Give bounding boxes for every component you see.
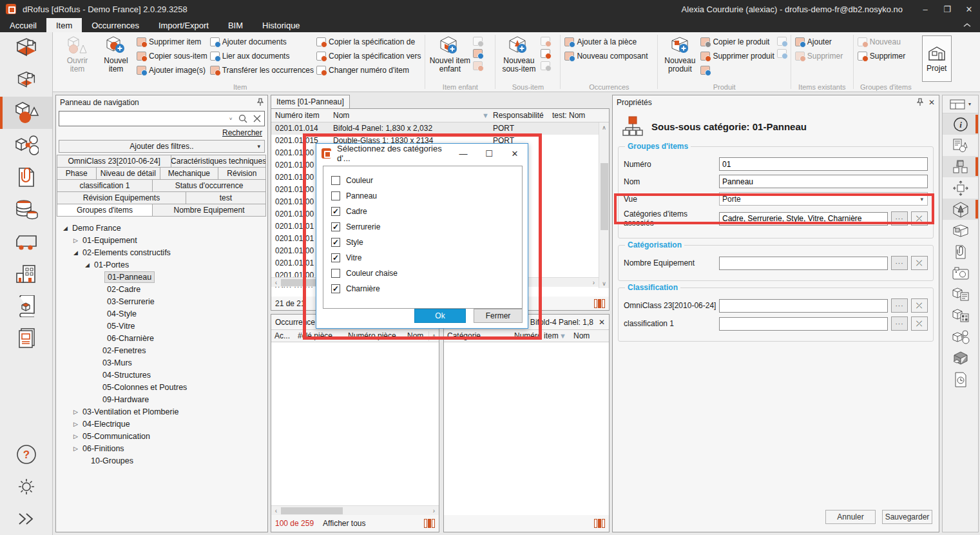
product-box-icon[interactable] (943, 220, 978, 241)
sub-items-icon[interactable] (943, 199, 978, 220)
pin-icon[interactable] (917, 98, 923, 106)
scroll-up-icon[interactable]: ∧ (428, 331, 439, 341)
nom-field[interactable] (719, 175, 928, 188)
expander-icon[interactable]: ◢ (83, 262, 91, 268)
link-documents-button[interactable]: Lier aux documents (210, 50, 314, 62)
add-existing-item-button[interactable]: Ajouter (795, 35, 843, 48)
annuler-button[interactable]: Annuler (825, 510, 876, 524)
tree-item[interactable]: ▷06-Finitions (56, 442, 267, 454)
checkbox-unchecked[interactable] (331, 191, 340, 200)
close-button[interactable]: ✕ (958, 0, 980, 18)
reports-icon[interactable] (0, 322, 52, 355)
items-tab[interactable]: Items [01-Panneau] (271, 95, 350, 108)
tree-item[interactable]: 10-Groupes (56, 454, 267, 467)
tree-item[interactable]: 04-Structures (56, 369, 267, 381)
search-history-caret-icon[interactable]: ˅ (226, 116, 236, 122)
vue-select[interactable]: Porte▾ (719, 192, 928, 206)
show-all-link[interactable]: Afficher tous (323, 519, 365, 528)
subitem-edit-icon[interactable] (541, 49, 550, 58)
expander-icon[interactable]: ▷ (72, 409, 80, 415)
pin-icon[interactable] (257, 98, 264, 106)
filter-tab-omniclass[interactable]: OmniClass 23[2010-06-24] (57, 155, 171, 168)
tab-bim[interactable]: BIM (218, 18, 253, 32)
items-icon[interactable] (0, 97, 52, 129)
copy-spec-from-button[interactable]: Copier la spécification de (316, 35, 421, 48)
child-transfer-icon[interactable] (473, 61, 483, 70)
tab-occurrences[interactable]: Occurrences (82, 18, 149, 32)
col-nom[interactable]: Nom▼ (333, 111, 493, 120)
maximize-button[interactable]: ❐ (936, 0, 958, 18)
checkbox-checked[interactable]: ✓ (331, 253, 340, 262)
tree-item[interactable]: ◢02-Elements constructifs (56, 246, 267, 258)
col-nom[interactable]: Nom (570, 331, 609, 340)
scroll-left-icon[interactable]: ‹ (271, 279, 281, 286)
categories-associees-field[interactable] (719, 212, 888, 226)
tree-item[interactable]: 02-Cadre (56, 283, 267, 295)
child-add-icon[interactable] (473, 49, 483, 58)
category-option[interactable]: ✓Cadre (331, 204, 522, 219)
catalog-icon[interactable] (0, 290, 52, 322)
projet-button[interactable]: Projet (922, 35, 952, 82)
occurrences-tab[interactable]: Occurrence (275, 318, 315, 327)
tab-historique[interactable]: Historique (253, 18, 310, 32)
tab-import-export[interactable]: Import/Export (149, 18, 218, 32)
settings-icon[interactable] (0, 471, 52, 503)
more-button[interactable]: ··· (891, 298, 908, 313)
model-viewer-icon[interactable] (943, 177, 978, 199)
copy-subitem-button[interactable]: Copier sous-item (137, 50, 207, 62)
expander-icon[interactable]: ◢ (72, 249, 80, 256)
dialog-minimize-button[interactable]: — (450, 144, 476, 163)
scroll-thumb[interactable] (281, 507, 343, 514)
scroll-thumb[interactable] (600, 163, 608, 230)
images-icon[interactable] (943, 262, 978, 284)
subitem-delete-icon[interactable] (541, 37, 550, 46)
filter-tab-revision-equipements[interactable]: Révision Equipements (57, 191, 186, 204)
category-option[interactable]: Couleur chaise (331, 266, 522, 281)
minimize-button[interactable]: – (914, 0, 936, 18)
omniclass-field[interactable] (719, 299, 888, 313)
clear-search-icon[interactable] (250, 115, 264, 122)
clear-button[interactable]: ⤫ (911, 211, 928, 226)
close-panel-icon[interactable]: ✕ (928, 98, 935, 107)
filter-tab-test[interactable]: test (186, 191, 266, 204)
tree-item[interactable]: 05-Vitre (56, 320, 267, 332)
delete-product-button[interactable]: Supprimer produit (700, 50, 774, 62)
col-numero-item[interactable]: Numéro item (271, 111, 333, 120)
checkbox-unchecked[interactable] (331, 176, 340, 185)
filter-tab-caracteristiques[interactable]: Caractéristiques techniques (171, 155, 266, 168)
tree-item[interactable]: 02-Fenetres (56, 344, 267, 356)
clear-button[interactable]: ⤫ (911, 256, 928, 270)
transfer-occurrences-button[interactable]: Transférer les occurrences (210, 64, 314, 76)
add-images-button[interactable]: Ajouter image(s) (137, 64, 207, 76)
tree-item[interactable]: ▷01-Equipement (56, 234, 267, 246)
product-doc-link-icon[interactable] (777, 49, 787, 58)
add-documents-button[interactable]: Ajouter documents (210, 35, 314, 48)
filter-tab-nombre-equipement[interactable]: Nombre Equipement (152, 204, 266, 217)
rooms-alt-icon[interactable] (0, 64, 52, 97)
checkbox-checked[interactable]: ✓ (331, 222, 340, 231)
col-responsabilite[interactable]: Responsabilité (493, 111, 552, 120)
item-occurrence-icon[interactable] (943, 326, 978, 347)
filter-tab-classification1[interactable]: classification 1 (57, 179, 153, 192)
filter-tab-status[interactable]: Status d'occurrence (152, 179, 266, 192)
filter-tab-phase[interactable]: Phase (57, 167, 97, 180)
search-input[interactable] (62, 112, 226, 125)
item-classification-icon[interactable] (943, 305, 978, 326)
attachment-icon[interactable] (943, 241, 978, 262)
new-item-button[interactable]: Nouvel item (98, 34, 134, 73)
open-item-button[interactable]: Ouvrir item (59, 34, 95, 73)
col-numero-piece[interactable]: Numéro pièce (345, 331, 404, 340)
subitem-info-icon[interactable] (541, 61, 550, 70)
finance-icon[interactable] (0, 193, 52, 226)
dialog-maximize-button[interactable]: ☐ (476, 144, 502, 163)
tree-item[interactable]: ▷04-Electrique (56, 418, 267, 430)
items-cubes-icon[interactable] (943, 156, 978, 177)
filter-tab-mechanique[interactable]: Mechanique (160, 167, 218, 180)
filter-tab-groupes-items[interactable]: Groupes d'items (57, 204, 153, 217)
tree-item[interactable]: ◢01-Portes (56, 258, 267, 271)
more-button[interactable]: ··· (891, 256, 908, 270)
col-nom[interactable]: Nom (404, 331, 428, 340)
copy-product-button[interactable]: Copier le produit (700, 35, 774, 48)
new-product-button[interactable]: Nouveau produit (662, 34, 698, 73)
checkbox-checked[interactable]: ✓ (331, 284, 340, 293)
